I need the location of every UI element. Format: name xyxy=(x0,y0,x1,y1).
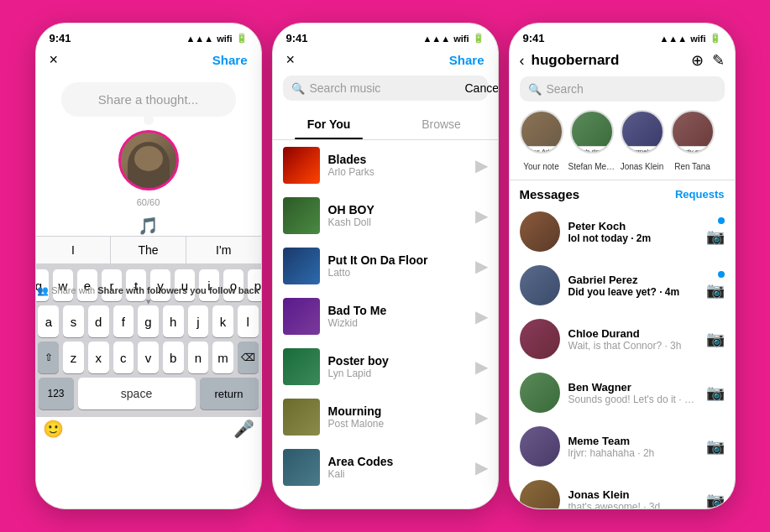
messages-title: Messages xyxy=(520,187,580,201)
compose-icon[interactable]: ⊕ xyxy=(691,51,704,70)
story-item-your-note[interactable]: Blades Arlo Parks mood 🔥 Your note xyxy=(516,110,567,171)
msg-info-peter: Peter Koch lol not today · 2m xyxy=(568,220,698,244)
msg-avatar-peter xyxy=(520,211,560,252)
edit-icon[interactable]: ✎ xyxy=(712,51,725,70)
wifi-icon: wifi xyxy=(217,34,232,44)
status-time-3: 9:41 xyxy=(523,32,545,44)
song-artist: Wizkid xyxy=(328,317,467,329)
thought-placeholder: Share a thought... xyxy=(98,92,198,107)
key-delete[interactable]: ⌫ xyxy=(238,342,259,373)
share-button[interactable]: Share xyxy=(212,53,248,67)
camera-icon[interactable]: 📷 xyxy=(706,491,725,509)
key-l[interactable]: l xyxy=(238,305,259,337)
key-z[interactable]: z xyxy=(63,342,84,373)
key-return[interactable]: return xyxy=(200,378,259,409)
msg-avatar-gabriel xyxy=(520,265,560,305)
play-button[interactable]: ▶ xyxy=(475,306,488,326)
list-item[interactable]: Area Codes Kali ▶ xyxy=(273,442,498,493)
play-button[interactable]: ▶ xyxy=(475,256,488,276)
camera-icon[interactable]: 📷 xyxy=(706,281,725,300)
story-note-2: Beach day 🌊 xyxy=(570,146,614,154)
key-x[interactable]: x xyxy=(88,342,109,373)
camera-icon[interactable]: 📷 xyxy=(706,383,725,402)
message-item-meme[interactable]: Meme Team lrjvr: hahahaha · 2h 📷 xyxy=(510,420,735,473)
music-search-input[interactable] xyxy=(310,81,457,95)
tab-browse[interactable]: Browse xyxy=(385,109,498,139)
status-icons-2: ▲▲▲ wifi 🔋 xyxy=(422,33,484,44)
msg-info-ben: Ben Wagner Sounds good! Let's do it · 45… xyxy=(568,381,698,405)
list-item[interactable]: Poster boy Lyn Lapid ▶ xyxy=(273,342,498,392)
key-s[interactable]: s xyxy=(63,305,84,337)
back-button[interactable]: ‹ xyxy=(520,52,525,70)
tab-for-you[interactable]: For You xyxy=(273,109,385,139)
song-info-ohboy: OH BOY Kash Doll xyxy=(328,203,467,228)
status-bar-1: 9:41 ▲▲▲ wifi 🔋 xyxy=(36,23,261,48)
song-thumb-ohboy xyxy=(283,197,320,234)
key-h[interactable]: h xyxy=(163,305,184,337)
key-k[interactable]: k xyxy=(212,305,233,337)
status-icons-3: ▲▲▲ wifi 🔋 xyxy=(659,33,720,44)
story-item-jonas[interactable]: Watermelon is the best fruit 🍉 Jonas Kle… xyxy=(617,110,668,171)
story-item-stefan[interactable]: Beach day 🌊 Stefan Meier xyxy=(567,110,617,171)
close-button[interactable]: × xyxy=(50,51,59,69)
message-item-peter[interactable]: Peter Koch lol not today · 2m 📷 xyxy=(510,205,735,258)
key-g[interactable]: g xyxy=(138,305,159,337)
key-shift[interactable]: ⇧ xyxy=(38,342,59,373)
p3-search-bar[interactable]: 🔍 Search xyxy=(520,76,725,102)
message-item-gabriel[interactable]: Gabriel Perez Did you leave yet? · 4m 📷 xyxy=(510,258,735,312)
music-list: Blades Arlo Parks ▶ OH BOY Kash Doll ▶ P… xyxy=(273,140,498,493)
play-button[interactable]: ▶ xyxy=(475,407,488,427)
msg-preview-peter: lol not today · 2m xyxy=(568,232,698,244)
key-a[interactable]: a xyxy=(38,305,59,337)
username-label: hugobernard xyxy=(532,52,684,69)
list-item[interactable]: Blades Arlo Parks ▶ xyxy=(273,140,498,190)
key-j[interactable]: j xyxy=(188,305,209,337)
message-item-jonas[interactable]: Jonas Klein that's awesome! · 3d 📷 xyxy=(510,473,735,509)
key-space[interactable]: space xyxy=(78,378,196,409)
p2-close-button[interactable]: × xyxy=(286,51,296,69)
list-item[interactable]: Put It On Da Floor Latto ▶ xyxy=(273,241,498,291)
list-item[interactable]: Bad To Me Wizkid ▶ xyxy=(273,291,498,342)
key-b[interactable]: b xyxy=(163,342,184,373)
p2-share-button[interactable]: Share xyxy=(449,53,485,67)
key-m[interactable]: m xyxy=(212,342,233,373)
key-n[interactable]: n xyxy=(188,342,209,373)
key-f[interactable]: f xyxy=(113,305,134,337)
p3-header-icons: ⊕ ✎ xyxy=(691,51,725,70)
phone-music-search: 9:41 ▲▲▲ wifi 🔋 × Share 🔍 Cancel For You… xyxy=(272,23,499,509)
list-item[interactable]: OH BOY Kash Doll ▶ xyxy=(273,190,498,241)
battery-icon-3: 🔋 xyxy=(710,33,721,44)
list-item[interactable]: Mourning Post Malone ▶ xyxy=(273,392,498,442)
play-button[interactable]: ▶ xyxy=(475,206,488,226)
play-button[interactable]: ▶ xyxy=(475,155,488,175)
message-item-ben[interactable]: Ben Wagner Sounds good! Let's do it · 45… xyxy=(510,366,735,420)
key-num[interactable]: 123 xyxy=(39,378,74,409)
thought-bubble[interactable]: Share a thought... xyxy=(61,82,236,117)
requests-button[interactable]: Requests xyxy=(675,188,725,201)
play-button[interactable]: ▶ xyxy=(475,357,488,377)
camera-icon[interactable]: 📷 xyxy=(706,227,725,246)
song-info-blades: Blades Arlo Parks xyxy=(328,153,467,178)
key-c[interactable]: c xyxy=(113,342,134,373)
song-artist: Lyn Lapid xyxy=(328,368,467,379)
key-d[interactable]: d xyxy=(88,305,109,337)
msg-name-meme: Meme Team xyxy=(568,435,698,447)
emoji-icon[interactable]: 🙂 xyxy=(43,419,64,439)
story-item-ren[interactable]: Already excited for halloween Ren Tana xyxy=(668,110,718,171)
camera-icon[interactable]: 📷 xyxy=(706,437,725,456)
cancel-button[interactable]: Cancel xyxy=(462,81,499,95)
music-icon[interactable]: 🎵 xyxy=(138,216,159,236)
message-item-chloe[interactable]: Chloe Durand Wait, is that Connor? · 3h … xyxy=(510,312,735,366)
song-title: Put It On Da Floor xyxy=(328,253,467,267)
suggestion-3[interactable]: I'm xyxy=(186,237,261,263)
camera-icon[interactable]: 📷 xyxy=(706,330,725,348)
suggestion-2[interactable]: The xyxy=(110,237,186,263)
play-button[interactable]: ▶ xyxy=(475,457,488,477)
suggestion-1[interactable]: I xyxy=(36,237,111,263)
stories-row: Blades Arlo Parks mood 🔥 Your note Beach… xyxy=(510,110,735,180)
song-artist: Kash Doll xyxy=(328,216,467,228)
key-v[interactable]: v xyxy=(138,342,159,373)
mic-icon[interactable]: 🎤 xyxy=(233,419,254,439)
share-with-label[interactable]: 👥 Share with Share with followers you fo… xyxy=(36,285,261,307)
p3-header: ‹ hugobernard ⊕ ✎ xyxy=(510,48,735,76)
